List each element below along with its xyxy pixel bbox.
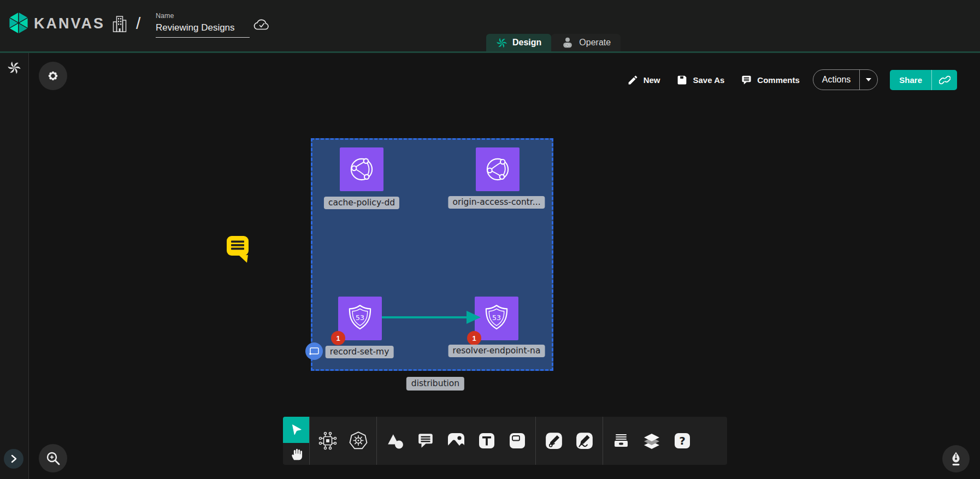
node-label-resolver-endpoint: resolver-endpoint-na [448,345,545,357]
hand-icon [289,447,303,461]
resolver-endpoint-badge: 1 [467,331,481,345]
snowflake-icon [46,69,60,83]
node-origin-access-control[interactable] [476,147,519,191]
pen-tool-icon [545,431,563,450]
globe-network-icon [482,153,513,185]
comment-icon [417,432,434,450]
pencil-icon [627,74,639,86]
svg-text:?: ? [679,434,686,447]
svg-text:53: 53 [492,314,501,322]
drawer-tool[interactable] [606,417,636,465]
brand-name: KANVAS [34,15,105,32]
new-button[interactable]: New [627,74,660,86]
kanvas-app: KANVAS / Name [0,0,980,479]
name-field-label: Name [156,12,250,20]
actions-button[interactable]: Actions [813,69,878,90]
mesh-components-tool[interactable] [312,417,343,465]
left-sidebar [0,53,29,479]
header-divider [0,51,980,53]
help-icon: ? [674,432,691,450]
node-label-cache-policy: cache-policy-dd [324,197,399,209]
cloud-saved-icon [252,17,272,35]
node-label-record-set: record-set-my [326,346,394,358]
comment-tool[interactable] [410,417,441,465]
mesh-chip-icon [318,431,338,451]
edge-arrow[interactable] [380,306,483,328]
route53-shield-icon: 53 [344,303,376,334]
zoom-in-icon [45,450,61,466]
pointer-tools [283,417,309,465]
drawer-icon [612,431,630,450]
design-canvas[interactable]: New Save As Comments [29,53,980,479]
tab-operate-label: Operate [579,38,611,48]
zoom-in-button[interactable] [39,444,67,472]
canvas-comment-pin[interactable] [226,235,251,265]
save-icon [676,74,688,86]
pan-tool[interactable] [283,443,309,465]
top-header: KANVAS / Name [0,0,980,51]
selection-group-distribution[interactable]: 53 53 1 1 cache-policy-dd origin-access-… [311,138,553,371]
link-icon [939,74,951,86]
select-tool[interactable] [283,417,309,443]
card-icon [509,432,526,450]
layers-tool[interactable] [636,417,667,465]
freehand-draw-tool[interactable] [569,417,600,465]
help-tool[interactable]: ? [667,417,698,465]
save-as-label: Save As [693,75,724,85]
snowflake-button[interactable] [39,62,67,90]
canvas-action-bar: New Save As Comments [627,69,957,90]
meshery-swirl-icon[interactable] [7,61,21,77]
actions-label: Actions [813,70,859,90]
infra-tools-group [310,417,376,465]
breadcrumb-slash: / [136,14,140,33]
new-label: New [644,75,660,85]
tab-design-label: Design [512,38,541,48]
rectangle-handle-icon [308,346,320,356]
pen-path-tool[interactable] [539,417,569,465]
organization-icon[interactable] [112,14,127,37]
pen-nib-button[interactable] [942,445,970,472]
copy-link-button[interactable] [932,70,957,90]
record-set-badge: 1 [331,331,345,345]
share-label: Share [890,70,931,90]
kubernetes-components-tool[interactable] [343,417,374,465]
text-icon [478,432,495,450]
image-icon [446,431,466,450]
card-tool[interactable] [502,417,533,465]
tab-design[interactable]: Design [486,34,551,51]
design-name-field: Name [156,12,250,38]
share-button[interactable]: Share [890,70,957,90]
sidebar-expand-button[interactable] [4,449,23,469]
actions-caret-button[interactable] [860,70,877,90]
pencil-draw-icon [575,431,594,450]
group-label[interactable]: distribution [406,377,464,391]
shapes-icon [386,432,404,450]
comment-icon [741,74,752,86]
cursor-icon [289,423,303,437]
annotation-tools-group [377,417,535,465]
shapes-tool[interactable] [380,417,410,465]
pen-nib-icon [948,451,964,467]
node-cache-policy[interactable] [340,147,383,191]
mode-tabs: Design Operate [486,34,621,51]
route53-shield-icon: 53 [481,303,512,334]
caret-down-icon [865,78,872,82]
utility-tools-group: ? [603,417,700,465]
design-swirl-icon [496,37,507,49]
bottom-toolbar: ? [283,417,727,465]
node-label-origin-access-control: origin-access-contr... [448,196,545,209]
svg-text:53: 53 [356,314,364,322]
globe-network-icon [346,153,377,185]
group-handle[interactable] [305,342,323,360]
image-tool[interactable] [441,417,471,465]
comments-button[interactable]: Comments [741,74,800,86]
text-tool[interactable] [471,417,502,465]
layers-icon [642,431,662,451]
comments-label: Comments [757,75,800,85]
node-record-set[interactable]: 53 [338,297,382,340]
operate-person-icon [561,36,574,49]
kubernetes-wheel-icon [349,431,368,451]
design-name-input[interactable] [156,21,250,38]
tab-operate[interactable]: Operate [551,34,621,51]
save-as-button[interactable]: Save As [676,74,724,86]
